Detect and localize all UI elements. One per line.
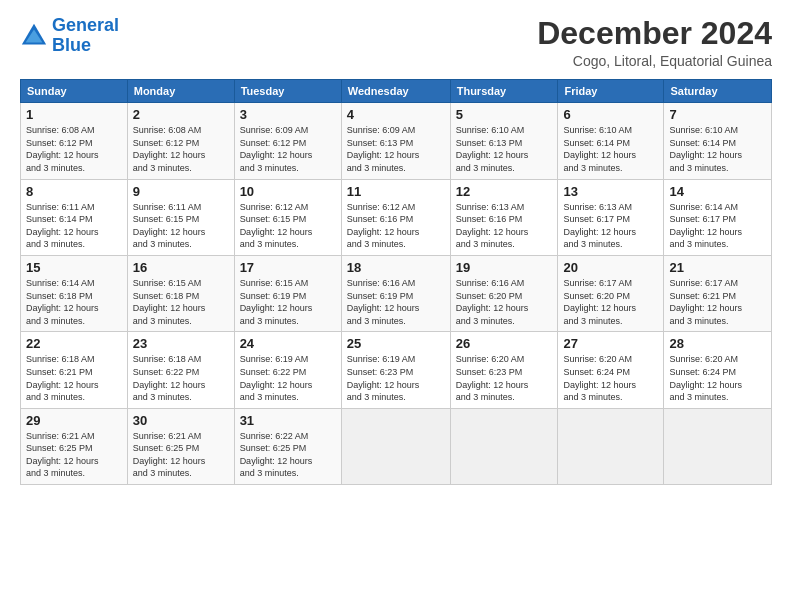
calendar-cell: 5 Sunrise: 6:10 AMSunset: 6:13 PMDayligh… [450,103,558,179]
day-info: Sunrise: 6:22 AMSunset: 6:25 PMDaylight:… [240,431,313,479]
sub-title: Cogo, Litoral, Equatorial Guinea [537,53,772,69]
day-info: Sunrise: 6:11 AMSunset: 6:15 PMDaylight:… [133,202,206,250]
day-number: 18 [347,260,445,275]
day-number: 2 [133,107,229,122]
calendar-cell [664,408,772,484]
day-number: 28 [669,336,766,351]
calendar-header-row: Sunday Monday Tuesday Wednesday Thursday… [21,80,772,103]
calendar-cell: 10 Sunrise: 6:12 AMSunset: 6:15 PMDaylig… [234,179,341,255]
day-info: Sunrise: 6:14 AMSunset: 6:18 PMDaylight:… [26,278,99,326]
calendar-cell [450,408,558,484]
calendar-cell: 14 Sunrise: 6:14 AMSunset: 6:17 PMDaylig… [664,179,772,255]
day-info: Sunrise: 6:15 AMSunset: 6:18 PMDaylight:… [133,278,206,326]
calendar-cell [558,408,664,484]
calendar-cell: 2 Sunrise: 6:08 AMSunset: 6:12 PMDayligh… [127,103,234,179]
calendar-cell: 30 Sunrise: 6:21 AMSunset: 6:25 PMDaylig… [127,408,234,484]
day-number: 25 [347,336,445,351]
day-number: 19 [456,260,553,275]
calendar-cell: 6 Sunrise: 6:10 AMSunset: 6:14 PMDayligh… [558,103,664,179]
day-number: 29 [26,413,122,428]
calendar-cell: 18 Sunrise: 6:16 AMSunset: 6:19 PMDaylig… [341,255,450,331]
day-info: Sunrise: 6:10 AMSunset: 6:14 PMDaylight:… [563,125,636,173]
calendar-cell: 25 Sunrise: 6:19 AMSunset: 6:23 PMDaylig… [341,332,450,408]
logo-text: General Blue [52,16,119,56]
day-info: Sunrise: 6:16 AMSunset: 6:20 PMDaylight:… [456,278,529,326]
col-thursday: Thursday [450,80,558,103]
day-info: Sunrise: 6:10 AMSunset: 6:14 PMDaylight:… [669,125,742,173]
calendar-cell: 16 Sunrise: 6:15 AMSunset: 6:18 PMDaylig… [127,255,234,331]
calendar-cell: 12 Sunrise: 6:13 AMSunset: 6:16 PMDaylig… [450,179,558,255]
day-info: Sunrise: 6:08 AMSunset: 6:12 PMDaylight:… [133,125,206,173]
day-number: 24 [240,336,336,351]
week-row-5: 29 Sunrise: 6:21 AMSunset: 6:25 PMDaylig… [21,408,772,484]
day-number: 14 [669,184,766,199]
day-info: Sunrise: 6:12 AMSunset: 6:15 PMDaylight:… [240,202,313,250]
col-sunday: Sunday [21,80,128,103]
calendar-cell: 4 Sunrise: 6:09 AMSunset: 6:13 PMDayligh… [341,103,450,179]
day-number: 13 [563,184,658,199]
day-info: Sunrise: 6:13 AMSunset: 6:16 PMDaylight:… [456,202,529,250]
day-info: Sunrise: 6:13 AMSunset: 6:17 PMDaylight:… [563,202,636,250]
col-tuesday: Tuesday [234,80,341,103]
day-number: 27 [563,336,658,351]
calendar-cell: 31 Sunrise: 6:22 AMSunset: 6:25 PMDaylig… [234,408,341,484]
day-info: Sunrise: 6:16 AMSunset: 6:19 PMDaylight:… [347,278,420,326]
col-friday: Friday [558,80,664,103]
day-number: 12 [456,184,553,199]
logo-icon [20,22,48,50]
day-number: 31 [240,413,336,428]
title-area: December 2024 Cogo, Litoral, Equatorial … [537,16,772,69]
calendar-cell: 11 Sunrise: 6:12 AMSunset: 6:16 PMDaylig… [341,179,450,255]
day-info: Sunrise: 6:17 AMSunset: 6:20 PMDaylight:… [563,278,636,326]
calendar-cell: 7 Sunrise: 6:10 AMSunset: 6:14 PMDayligh… [664,103,772,179]
day-info: Sunrise: 6:20 AMSunset: 6:24 PMDaylight:… [669,354,742,402]
day-info: Sunrise: 6:14 AMSunset: 6:17 PMDaylight:… [669,202,742,250]
col-saturday: Saturday [664,80,772,103]
day-info: Sunrise: 6:20 AMSunset: 6:23 PMDaylight:… [456,354,529,402]
calendar-cell [341,408,450,484]
day-info: Sunrise: 6:10 AMSunset: 6:13 PMDaylight:… [456,125,529,173]
calendar-cell: 17 Sunrise: 6:15 AMSunset: 6:19 PMDaylig… [234,255,341,331]
calendar-cell: 29 Sunrise: 6:21 AMSunset: 6:25 PMDaylig… [21,408,128,484]
logo-line1: General [52,15,119,35]
day-info: Sunrise: 6:20 AMSunset: 6:24 PMDaylight:… [563,354,636,402]
day-info: Sunrise: 6:09 AMSunset: 6:13 PMDaylight:… [347,125,420,173]
day-number: 7 [669,107,766,122]
day-info: Sunrise: 6:09 AMSunset: 6:12 PMDaylight:… [240,125,313,173]
day-number: 30 [133,413,229,428]
calendar-cell: 13 Sunrise: 6:13 AMSunset: 6:17 PMDaylig… [558,179,664,255]
header: General Blue December 2024 Cogo, Litoral… [20,16,772,69]
day-info: Sunrise: 6:18 AMSunset: 6:21 PMDaylight:… [26,354,99,402]
day-number: 10 [240,184,336,199]
day-info: Sunrise: 6:19 AMSunset: 6:22 PMDaylight:… [240,354,313,402]
day-info: Sunrise: 6:21 AMSunset: 6:25 PMDaylight:… [133,431,206,479]
day-info: Sunrise: 6:21 AMSunset: 6:25 PMDaylight:… [26,431,99,479]
day-info: Sunrise: 6:17 AMSunset: 6:21 PMDaylight:… [669,278,742,326]
day-info: Sunrise: 6:12 AMSunset: 6:16 PMDaylight:… [347,202,420,250]
calendar-cell: 8 Sunrise: 6:11 AMSunset: 6:14 PMDayligh… [21,179,128,255]
day-info: Sunrise: 6:08 AMSunset: 6:12 PMDaylight:… [26,125,99,173]
calendar-cell: 21 Sunrise: 6:17 AMSunset: 6:21 PMDaylig… [664,255,772,331]
day-number: 26 [456,336,553,351]
day-number: 5 [456,107,553,122]
calendar-cell: 26 Sunrise: 6:20 AMSunset: 6:23 PMDaylig… [450,332,558,408]
calendar-cell: 3 Sunrise: 6:09 AMSunset: 6:12 PMDayligh… [234,103,341,179]
day-number: 4 [347,107,445,122]
logo: General Blue [20,16,119,56]
day-info: Sunrise: 6:19 AMSunset: 6:23 PMDaylight:… [347,354,420,402]
week-row-4: 22 Sunrise: 6:18 AMSunset: 6:21 PMDaylig… [21,332,772,408]
page: General Blue December 2024 Cogo, Litoral… [0,0,792,612]
calendar-table: Sunday Monday Tuesday Wednesday Thursday… [20,79,772,485]
day-number: 15 [26,260,122,275]
week-row-2: 8 Sunrise: 6:11 AMSunset: 6:14 PMDayligh… [21,179,772,255]
day-info: Sunrise: 6:11 AMSunset: 6:14 PMDaylight:… [26,202,99,250]
day-number: 9 [133,184,229,199]
day-number: 21 [669,260,766,275]
calendar-cell: 9 Sunrise: 6:11 AMSunset: 6:15 PMDayligh… [127,179,234,255]
calendar-cell: 22 Sunrise: 6:18 AMSunset: 6:21 PMDaylig… [21,332,128,408]
calendar-cell: 28 Sunrise: 6:20 AMSunset: 6:24 PMDaylig… [664,332,772,408]
day-number: 6 [563,107,658,122]
day-number: 16 [133,260,229,275]
col-monday: Monday [127,80,234,103]
day-number: 3 [240,107,336,122]
